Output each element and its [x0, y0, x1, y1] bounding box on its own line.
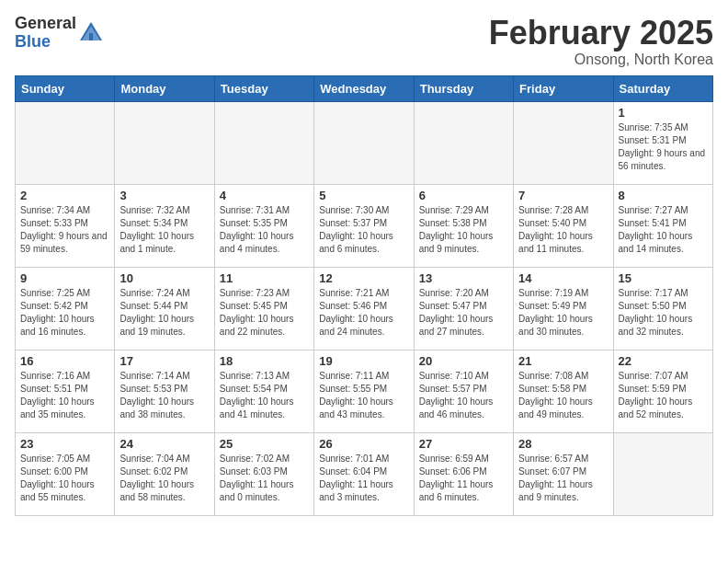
calendar-cell: 19Sunrise: 7:11 AM Sunset: 5:55 PM Dayli…: [314, 350, 414, 432]
calendar-cell: 13Sunrise: 7:20 AM Sunset: 5:47 PM Dayli…: [414, 267, 513, 350]
logo-general-text: General: [15, 15, 76, 33]
day-number: 2: [20, 189, 109, 202]
day-info: Sunrise: 7:17 AM Sunset: 5:50 PM Dayligh…: [619, 287, 708, 339]
day-number: 1: [619, 106, 708, 120]
weekday-header-thursday: Thursday: [414, 75, 513, 101]
day-number: 14: [518, 271, 608, 285]
day-info: Sunrise: 7:16 AM Sunset: 5:51 PM Dayligh…: [20, 370, 109, 421]
calendar-cell: [514, 101, 613, 184]
day-info: Sunrise: 7:28 AM Sunset: 5:40 PM Dayligh…: [518, 204, 608, 256]
day-info: Sunrise: 7:01 AM Sunset: 6:04 PM Dayligh…: [319, 453, 408, 504]
day-number: 19: [319, 354, 408, 368]
day-info: Sunrise: 7:31 AM Sunset: 5:35 PM Dayligh…: [220, 204, 309, 256]
day-info: Sunrise: 7:07 AM Sunset: 5:59 PM Dayligh…: [619, 370, 708, 421]
calendar-cell: [414, 101, 513, 184]
subtitle: Onsong, North Korea: [489, 52, 713, 68]
day-info: Sunrise: 7:24 AM Sunset: 5:44 PM Dayligh…: [119, 287, 209, 339]
day-number: 5: [319, 189, 408, 202]
day-info: Sunrise: 6:59 AM Sunset: 6:06 PM Dayligh…: [419, 453, 508, 504]
day-number: 25: [220, 437, 309, 451]
calendar-cell: 6Sunrise: 7:29 AM Sunset: 5:38 PM Daylig…: [414, 184, 513, 267]
day-info: Sunrise: 7:29 AM Sunset: 5:38 PM Dayligh…: [419, 204, 508, 256]
day-number: 15: [619, 271, 708, 285]
calendar-cell: 18Sunrise: 7:13 AM Sunset: 5:54 PM Dayli…: [214, 350, 313, 432]
week-row-1: 1Sunrise: 7:35 AM Sunset: 5:31 PM Daylig…: [16, 101, 713, 184]
calendar-cell: 11Sunrise: 7:23 AM Sunset: 5:45 PM Dayli…: [214, 267, 313, 350]
calendar-cell: 10Sunrise: 7:24 AM Sunset: 5:44 PM Dayli…: [115, 267, 214, 350]
calendar-cell: 17Sunrise: 7:14 AM Sunset: 5:53 PM Dayli…: [115, 350, 214, 432]
weekday-header-saturday: Saturday: [613, 75, 712, 101]
weekday-header-friday: Friday: [514, 75, 613, 101]
day-number: 24: [119, 437, 209, 451]
calendar-cell: 25Sunrise: 7:02 AM Sunset: 6:03 PM Dayli…: [214, 432, 313, 515]
calendar-cell: 28Sunrise: 6:57 AM Sunset: 6:07 PM Dayli…: [514, 432, 613, 515]
calendar-cell: 5Sunrise: 7:30 AM Sunset: 5:37 PM Daylig…: [314, 184, 414, 267]
logo-icon: [78, 20, 104, 46]
calendar-cell: 15Sunrise: 7:17 AM Sunset: 5:50 PM Dayli…: [613, 267, 712, 350]
title-block: February 2025 Onsong, North Korea: [489, 15, 713, 68]
page-header: General Blue February 2025 Onsong, North…: [15, 15, 713, 68]
calendar-cell: 4Sunrise: 7:31 AM Sunset: 5:35 PM Daylig…: [214, 184, 313, 267]
logo: General Blue: [15, 15, 104, 52]
week-row-4: 16Sunrise: 7:16 AM Sunset: 5:51 PM Dayli…: [16, 350, 713, 432]
week-row-5: 23Sunrise: 7:05 AM Sunset: 6:00 PM Dayli…: [16, 432, 713, 515]
calendar-cell: 9Sunrise: 7:25 AM Sunset: 5:42 PM Daylig…: [16, 267, 115, 350]
day-number: 27: [419, 437, 508, 451]
month-title: February 2025: [489, 15, 713, 52]
calendar-cell: 7Sunrise: 7:28 AM Sunset: 5:40 PM Daylig…: [514, 184, 613, 267]
calendar-cell: 16Sunrise: 7:16 AM Sunset: 5:51 PM Dayli…: [16, 350, 115, 432]
calendar-cell: [115, 101, 214, 184]
day-number: 13: [419, 271, 508, 285]
day-number: 7: [518, 189, 608, 202]
calendar-table: SundayMondayTuesdayWednesdayThursdayFrid…: [15, 75, 713, 516]
day-number: 18: [220, 354, 309, 368]
calendar-cell: 2Sunrise: 7:34 AM Sunset: 5:33 PM Daylig…: [16, 184, 115, 267]
weekday-header-row: SundayMondayTuesdayWednesdayThursdayFrid…: [16, 75, 713, 101]
week-row-2: 2Sunrise: 7:34 AM Sunset: 5:33 PM Daylig…: [16, 184, 713, 267]
day-info: Sunrise: 7:05 AM Sunset: 6:00 PM Dayligh…: [20, 453, 109, 504]
day-info: Sunrise: 7:20 AM Sunset: 5:47 PM Dayligh…: [419, 287, 508, 339]
day-info: Sunrise: 7:34 AM Sunset: 5:33 PM Dayligh…: [20, 204, 109, 256]
calendar-cell: 1Sunrise: 7:35 AM Sunset: 5:31 PM Daylig…: [613, 101, 712, 184]
day-info: Sunrise: 7:32 AM Sunset: 5:34 PM Dayligh…: [119, 204, 209, 256]
day-number: 3: [119, 189, 209, 202]
day-number: 12: [319, 271, 408, 285]
day-info: Sunrise: 7:30 AM Sunset: 5:37 PM Dayligh…: [319, 204, 408, 256]
calendar-cell: 24Sunrise: 7:04 AM Sunset: 6:02 PM Dayli…: [115, 432, 214, 515]
calendar-cell: 14Sunrise: 7:19 AM Sunset: 5:49 PM Dayli…: [514, 267, 613, 350]
calendar-cell: 8Sunrise: 7:27 AM Sunset: 5:41 PM Daylig…: [613, 184, 712, 267]
day-info: Sunrise: 7:13 AM Sunset: 5:54 PM Dayligh…: [220, 370, 309, 421]
day-info: Sunrise: 7:23 AM Sunset: 5:45 PM Dayligh…: [220, 287, 309, 339]
day-info: Sunrise: 7:19 AM Sunset: 5:49 PM Dayligh…: [518, 287, 608, 339]
weekday-header-wednesday: Wednesday: [314, 75, 414, 101]
day-number: 17: [119, 354, 209, 368]
weekday-header-sunday: Sunday: [16, 75, 115, 101]
logo-blue-text: Blue: [15, 33, 76, 52]
calendar-cell: [16, 101, 115, 184]
day-number: 28: [518, 437, 608, 451]
day-number: 4: [220, 189, 309, 202]
calendar-cell: 27Sunrise: 6:59 AM Sunset: 6:06 PM Dayli…: [414, 432, 513, 515]
day-info: Sunrise: 7:25 AM Sunset: 5:42 PM Dayligh…: [20, 287, 109, 339]
day-info: Sunrise: 7:14 AM Sunset: 5:53 PM Dayligh…: [119, 370, 209, 421]
weekday-header-tuesday: Tuesday: [214, 75, 313, 101]
calendar-cell: 20Sunrise: 7:10 AM Sunset: 5:57 PM Dayli…: [414, 350, 513, 432]
day-info: Sunrise: 6:57 AM Sunset: 6:07 PM Dayligh…: [518, 453, 608, 504]
day-info: Sunrise: 7:21 AM Sunset: 5:46 PM Dayligh…: [319, 287, 408, 339]
day-info: Sunrise: 7:04 AM Sunset: 6:02 PM Dayligh…: [119, 453, 209, 504]
calendar-cell: [613, 432, 712, 515]
day-number: 26: [319, 437, 408, 451]
calendar-cell: 3Sunrise: 7:32 AM Sunset: 5:34 PM Daylig…: [115, 184, 214, 267]
day-info: Sunrise: 7:08 AM Sunset: 5:58 PM Dayligh…: [518, 370, 608, 421]
day-info: Sunrise: 7:27 AM Sunset: 5:41 PM Dayligh…: [619, 204, 708, 256]
calendar-cell: 23Sunrise: 7:05 AM Sunset: 6:00 PM Dayli…: [16, 432, 115, 515]
calendar-cell: 26Sunrise: 7:01 AM Sunset: 6:04 PM Dayli…: [314, 432, 414, 515]
day-number: 10: [119, 271, 209, 285]
day-number: 16: [20, 354, 109, 368]
weekday-header-monday: Monday: [115, 75, 214, 101]
calendar-cell: [214, 101, 313, 184]
calendar-cell: 22Sunrise: 7:07 AM Sunset: 5:59 PM Dayli…: [613, 350, 712, 432]
day-number: 6: [419, 189, 508, 202]
week-row-3: 9Sunrise: 7:25 AM Sunset: 5:42 PM Daylig…: [16, 267, 713, 350]
day-info: Sunrise: 7:11 AM Sunset: 5:55 PM Dayligh…: [319, 370, 408, 421]
